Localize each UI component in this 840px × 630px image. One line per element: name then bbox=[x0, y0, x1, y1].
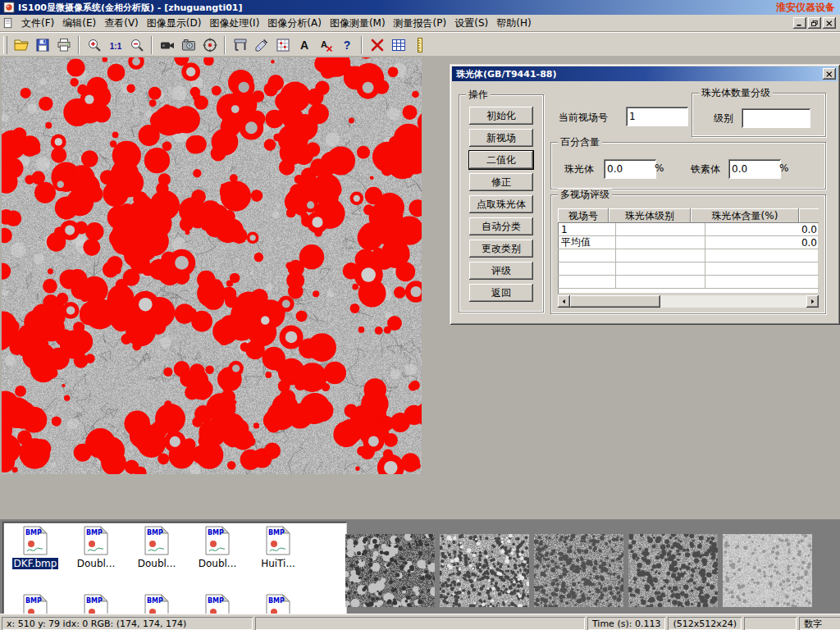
grid-measure-button[interactable] bbox=[272, 35, 293, 56]
thumbnail-2[interactable] bbox=[440, 534, 529, 607]
zoom-in-icon bbox=[86, 37, 103, 53]
menu-image-measure[interactable]: 图像测量(M) bbox=[326, 15, 390, 32]
dialog-title-bar[interactable]: 珠光体(GB/T9441-88) bbox=[452, 66, 838, 81]
file-item-partial[interactable]: BMP bbox=[5, 591, 66, 614]
menu-file[interactable]: 文件(F) bbox=[17, 15, 58, 32]
file-item-Doubl...[interactable]: BMPDoubl... bbox=[187, 523, 248, 591]
window-title: IS100显微摄像系统(金相分析版) - [zhuguangti01] bbox=[18, 2, 243, 14]
dialog-close-button[interactable] bbox=[823, 68, 836, 80]
file-item-partial[interactable]: BMP bbox=[126, 591, 187, 614]
menu-edit[interactable]: 编辑(E) bbox=[58, 15, 100, 32]
scroll-thumb[interactable] bbox=[570, 295, 660, 308]
thumbnail-1[interactable] bbox=[345, 534, 435, 607]
video-capture-icon bbox=[159, 37, 176, 53]
table-row[interactable] bbox=[558, 262, 819, 276]
caliper-button[interactable] bbox=[230, 35, 250, 56]
help-button[interactable]: ? bbox=[336, 35, 357, 56]
op-button-更改类别[interactable]: 更改类别 bbox=[469, 240, 533, 258]
thumbnail-5[interactable] bbox=[723, 534, 812, 607]
save-button[interactable] bbox=[32, 35, 52, 56]
toolbar-separator bbox=[78, 36, 80, 54]
current-field-label: 当前视场号 bbox=[559, 111, 608, 125]
table-cell bbox=[705, 262, 819, 276]
file-name: Doubl... bbox=[75, 558, 117, 569]
data-table-button[interactable] bbox=[388, 35, 409, 56]
font-color-button[interactable]: A bbox=[315, 35, 336, 56]
toolbar-separator bbox=[361, 36, 363, 54]
file-item-HuiTi...[interactable]: BMPHuiTi... bbox=[248, 523, 308, 591]
menu-view[interactable]: 查看(V) bbox=[100, 15, 143, 32]
table-cell: 0.0 bbox=[705, 223, 819, 236]
pearlite-input[interactable] bbox=[604, 159, 656, 179]
thumbnail-strip bbox=[343, 519, 840, 614]
file-item-partial[interactable]: BMP bbox=[187, 591, 248, 614]
table-cell: 1 bbox=[558, 223, 616, 236]
table-cell: 平均值 bbox=[558, 236, 616, 249]
table-row[interactable]: 10.0 bbox=[558, 223, 819, 236]
font-color-icon: A bbox=[317, 37, 334, 53]
micrometer-button[interactable] bbox=[251, 35, 272, 56]
scroll-right-button[interactable] bbox=[806, 295, 819, 308]
print-button[interactable] bbox=[53, 35, 74, 56]
bmp-file-icon: BMP bbox=[266, 594, 290, 614]
dialog-title: 珠光体(GB/T9441-88) bbox=[456, 68, 556, 80]
menu-image-display[interactable]: 图像显示(D) bbox=[143, 15, 206, 32]
ruler-button[interactable] bbox=[409, 35, 430, 56]
op-button-点取珠光体[interactable]: 点取珠光体 bbox=[469, 195, 533, 213]
table-row[interactable] bbox=[558, 276, 819, 289]
table-horizontal-scrollbar[interactable] bbox=[558, 295, 819, 308]
delete-button[interactable] bbox=[367, 35, 387, 56]
toolbar-grip[interactable] bbox=[3, 36, 7, 54]
op-button-初始化[interactable]: 初始化 bbox=[469, 107, 533, 125]
thumbnail-4[interactable] bbox=[628, 534, 718, 607]
file-item-Doubl...[interactable]: BMPDoubl... bbox=[126, 523, 187, 591]
op-button-新视场[interactable]: 新视场 bbox=[469, 129, 533, 147]
mdi-restore-button[interactable] bbox=[808, 17, 821, 29]
open-button[interactable] bbox=[11, 35, 31, 56]
print-icon bbox=[56, 37, 72, 53]
menu-image-analysis[interactable]: 图像分析(A) bbox=[263, 15, 326, 32]
op-button-评级[interactable]: 评级 bbox=[469, 262, 533, 280]
mdi-minimize-button[interactable] bbox=[793, 17, 806, 29]
app-icon bbox=[3, 2, 15, 13]
file-item-DKF.bmp[interactable]: BMPDKF.bmp bbox=[5, 523, 66, 591]
dialog-body: 操作 初始化新视场二值化修正点取珠光体自动分类更改类别评级返回 当前视场号 珠光… bbox=[452, 81, 838, 322]
scroll-track[interactable] bbox=[570, 295, 806, 308]
table-cell bbox=[616, 249, 705, 262]
file-list[interactable]: BMPDKF.bmpBMPDoubl...BMPDoubl...BMPDoubl… bbox=[2, 522, 347, 614]
video-capture-button[interactable] bbox=[157, 35, 177, 56]
op-button-修正[interactable]: 修正 bbox=[469, 173, 533, 191]
scroll-left-button[interactable] bbox=[558, 295, 570, 308]
micrograph-image[interactable] bbox=[2, 57, 422, 474]
data-table-icon bbox=[390, 37, 407, 53]
table-row[interactable]: 平均值0.0 bbox=[558, 236, 819, 249]
menu-settings[interactable]: 设置(S) bbox=[450, 15, 492, 32]
table-row[interactable] bbox=[558, 249, 819, 262]
text-annotation-button[interactable]: A bbox=[294, 35, 314, 56]
zoom-out-button[interactable] bbox=[126, 35, 147, 56]
camera-icon bbox=[180, 37, 197, 53]
menu-measure-report[interactable]: 测量报告(P) bbox=[390, 15, 451, 32]
camera-button[interactable] bbox=[178, 35, 199, 56]
file-item-partial[interactable]: BMP bbox=[248, 591, 308, 614]
menu-image-processing[interactable]: 图像处理(I) bbox=[205, 15, 263, 32]
current-field-input[interactable] bbox=[626, 107, 688, 126]
menu-help[interactable]: 帮助(H) bbox=[492, 15, 535, 32]
save-icon bbox=[34, 37, 51, 53]
zoom-in-button[interactable] bbox=[84, 35, 104, 56]
text-annotation-icon: A bbox=[296, 37, 313, 53]
svg-text:BMP: BMP bbox=[208, 597, 224, 605]
ferrite-input[interactable] bbox=[728, 159, 781, 179]
toolbar-items: 1:1AA? bbox=[11, 35, 430, 56]
file-item-Doubl...[interactable]: BMPDoubl... bbox=[66, 523, 126, 591]
mdi-close-button[interactable] bbox=[823, 17, 836, 29]
thumbnail-3[interactable] bbox=[534, 534, 623, 607]
op-button-自动分类[interactable]: 自动分类 bbox=[469, 217, 533, 235]
actual-size-button[interactable]: 1:1 bbox=[105, 35, 126, 56]
file-item-partial[interactable]: BMP bbox=[66, 591, 126, 614]
op-button-二值化[interactable]: 二值化 bbox=[469, 151, 533, 169]
svg-text:BMP: BMP bbox=[268, 529, 285, 536]
op-button-返回[interactable]: 返回 bbox=[469, 284, 533, 302]
level-input[interactable] bbox=[742, 108, 810, 128]
aperture-button[interactable] bbox=[199, 35, 220, 56]
